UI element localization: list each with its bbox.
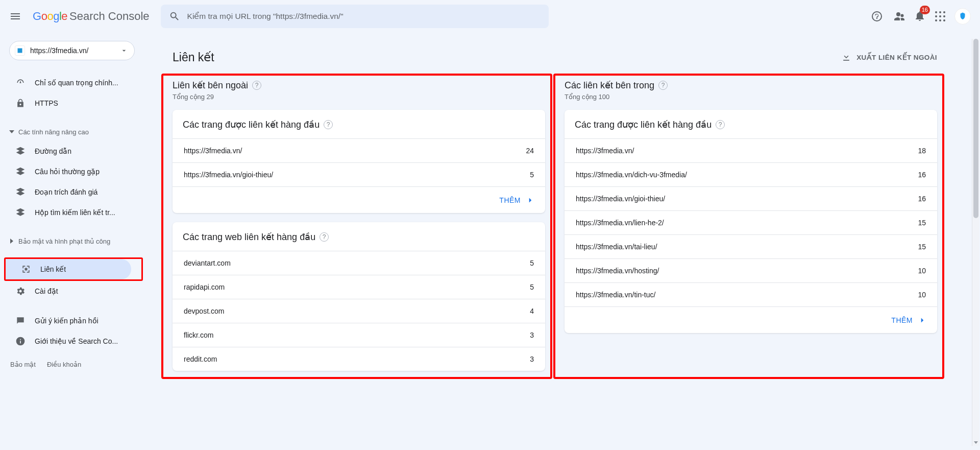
table-row[interactable]: https://3fmedia.vn/24 <box>173 138 545 162</box>
card-title: Các trang được liên kết hàng đầu <box>575 119 712 130</box>
internal-panel-title: Các liên kết bên trong <box>565 80 654 91</box>
stack-icon <box>15 207 26 218</box>
chevron-right-icon <box>918 316 927 325</box>
row-count: 10 <box>918 291 926 299</box>
row-count: 15 <box>918 243 926 251</box>
external-top-pages-card: Các trang được liên kết hàng đầu ? https… <box>173 110 545 213</box>
menu-icon[interactable] <box>9 10 21 22</box>
row-url: https://3fmedia.vn/lien-he-2/ <box>576 219 664 227</box>
row-url: https://3fmedia.vn/gioi-thieu/ <box>576 195 665 203</box>
row-url: https://3fmedia.vn/tin-tuc/ <box>576 291 655 299</box>
sidebar-group-advanced[interactable]: Các tính năng nâng cao <box>0 123 143 141</box>
scrollbar-thumb[interactable] <box>973 39 978 218</box>
row-url: flickr.com <box>184 331 213 339</box>
links-icon <box>21 264 31 274</box>
row-count: 16 <box>918 171 926 179</box>
table-row[interactable]: https://3fmedia.vn/lien-he-2/15 <box>565 210 937 234</box>
row-count: 16 <box>918 195 926 203</box>
help-icon[interactable]: ? <box>658 81 668 90</box>
gauge-icon <box>15 78 26 88</box>
feedback-icon <box>15 316 26 326</box>
export-external-links-button[interactable]: XUẤT LIÊN KẾT NGOÀI <box>841 52 937 62</box>
table-row[interactable]: reddit.com3 <box>173 347 545 371</box>
topbar: Google Search Console Kiểm tra mọi URL t… <box>0 0 980 33</box>
main: Liên kết XUẤT LIÊN KẾT NGOÀI Liên kết bê… <box>143 33 980 450</box>
sidebar-item-breadcrumbs[interactable]: Đường dẫn <box>0 141 143 161</box>
sidebar-item-core-web-vitals[interactable]: Chỉ số quan trọng chính... <box>0 73 143 93</box>
help-icon[interactable]: ? <box>716 120 725 129</box>
external-links-panel: Liên kết bên ngoài ? Tổng cộng 29 Các tr… <box>173 80 545 371</box>
google-logo: Google <box>33 10 67 23</box>
row-count: 5 <box>530 171 534 179</box>
row-count: 24 <box>526 147 534 155</box>
row-url: reddit.com <box>184 355 217 363</box>
row-url: devpost.com <box>184 307 224 315</box>
row-url: deviantart.com <box>184 259 231 267</box>
row-url: https://3fmedia.vn/ <box>576 147 634 155</box>
sidebar-item-links[interactable]: Liên kết <box>6 259 131 279</box>
sidebar-item-feedback[interactable]: Gửi ý kiến phản hồi <box>0 311 143 331</box>
more-button[interactable]: THÊM <box>173 186 545 213</box>
table-row[interactable]: https://3fmedia.vn/tin-tuc/10 <box>565 282 937 306</box>
table-row[interactable]: rapidapi.com5 <box>173 275 545 299</box>
lock-icon <box>15 98 26 108</box>
logo[interactable]: Google Search Console <box>33 10 150 23</box>
sidebar-item-review-snippet[interactable]: Đoạn trích đánh giá <box>0 182 143 202</box>
gear-icon <box>15 286 26 296</box>
external-panel-title: Liên kết bên ngoài <box>173 80 248 91</box>
search-icon <box>169 11 180 22</box>
help-icon[interactable] <box>871 10 883 22</box>
row-url: https://3fmedia.vn/hosting/ <box>576 267 659 275</box>
stack-icon <box>15 167 26 177</box>
row-url: https://3fmedia.vn/tai-lieu/ <box>576 243 657 251</box>
external-top-sites-card: Các trang web liên kết hàng đầu ? devian… <box>173 222 545 371</box>
row-count: 10 <box>918 267 926 275</box>
help-icon[interactable]: ? <box>324 120 333 129</box>
row-count: 5 <box>530 283 534 291</box>
search-placeholder: Kiểm tra mọi URL trong "https://3fmedia.… <box>187 12 344 21</box>
sidebar-item-faq[interactable]: Câu hỏi thường gặp <box>0 161 143 182</box>
apps-icon[interactable] <box>935 11 945 21</box>
download-icon <box>841 52 851 62</box>
chevron-right-icon <box>526 196 535 205</box>
sidebar-item-sitelinks-search[interactable]: Hộp tìm kiếm liên kết tr... <box>0 202 143 223</box>
help-icon[interactable]: ? <box>320 232 329 242</box>
table-row[interactable]: deviantart.com5 <box>173 251 545 275</box>
property-selector[interactable]: https://3fmedia.vn/ <box>9 41 135 60</box>
row-url: rapidapi.com <box>184 283 225 291</box>
sidebar-item-settings[interactable]: Cài đặt <box>0 281 143 301</box>
row-url: https://3fmedia.vn/dich-vu-3fmedia/ <box>576 171 687 179</box>
table-row[interactable]: https://3fmedia.vn/tai-lieu/15 <box>565 234 937 258</box>
sidebar-item-https[interactable]: HTTPS <box>0 93 143 113</box>
row-count: 3 <box>530 331 534 339</box>
info-icon <box>15 336 26 346</box>
triangle-right-icon <box>9 239 14 244</box>
table-row[interactable]: https://3fmedia.vn/gioi-thieu/5 <box>173 162 545 186</box>
triangle-down-icon <box>9 129 14 134</box>
people-icon[interactable] <box>892 10 904 22</box>
footer-terms[interactable]: Điều khoản <box>47 361 81 368</box>
url-search[interactable]: Kiểm tra mọi URL trong "https://3fmedia.… <box>161 5 549 28</box>
table-row[interactable]: https://3fmedia.vn/18 <box>565 138 937 162</box>
internal-total: Tổng cộng 100 <box>565 93 937 101</box>
stack-icon <box>15 146 26 156</box>
table-rows: https://3fmedia.vn/24https://3fmedia.vn/… <box>173 138 545 186</box>
card-title: Các trang được liên kết hàng đầu <box>183 119 320 130</box>
sidebar-item-about[interactable]: Giới thiệu về Search Co... <box>0 331 143 351</box>
notifications[interactable]: 16 <box>914 10 926 23</box>
table-row[interactable]: https://3fmedia.vn/gioi-thieu/16 <box>565 186 937 210</box>
scrollbar[interactable] <box>972 39 979 446</box>
table-row[interactable]: devpost.com4 <box>173 299 545 323</box>
avatar[interactable] <box>954 8 971 25</box>
table-row[interactable]: https://3fmedia.vn/dich-vu-3fmedia/16 <box>565 162 937 186</box>
more-button[interactable]: THÊM <box>565 306 937 333</box>
help-icon[interactable]: ? <box>252 81 261 90</box>
footer-privacy[interactable]: Bảo mật <box>10 361 36 368</box>
row-count: 5 <box>530 259 534 267</box>
table-row[interactable]: https://3fmedia.vn/hosting/10 <box>565 258 937 282</box>
table-row[interactable]: flickr.com3 <box>173 323 545 347</box>
sidebar-group-security[interactable]: Bảo mật và hình phạt thủ công <box>0 232 143 250</box>
sidebar: https://3fmedia.vn/ Chỉ số quan trọng ch… <box>0 33 143 450</box>
row-url: https://3fmedia.vn/gioi-thieu/ <box>184 171 273 179</box>
product-name: Search Console <box>69 10 150 23</box>
